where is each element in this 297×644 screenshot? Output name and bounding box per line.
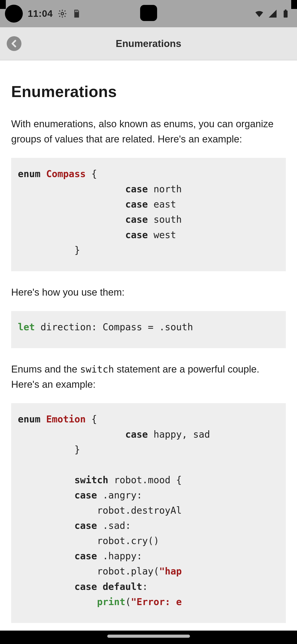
code-text: robot.destroyAl [74,505,182,516]
code-text: .sad: [97,520,131,531]
code-text: south [148,214,182,225]
usage-paragraph: Here's how you use them: [11,285,286,300]
string-literal: "Error: e [131,596,182,607]
page-title: Enumerations [0,38,297,49]
kw-case: case [125,429,148,440]
code-text: north [148,184,182,194]
svg-rect-5 [285,10,287,10]
code-text: { [86,414,97,425]
kw-case: case [125,230,148,240]
code-text: } [74,245,80,256]
fn-print: print [97,596,125,607]
svg-rect-1 [75,10,76,12]
intro-paragraph: With enumerations, also known as enums, … [11,116,286,147]
code-text: : [142,581,148,592]
svg-rect-4 [284,10,288,18]
kw-case: case [125,184,148,194]
kw-case: case [74,490,97,501]
battery-icon [281,9,290,18]
gear-icon [58,9,67,18]
status-clock: 11:04 [28,8,53,19]
svg-rect-3 [77,10,78,12]
type-compass: Compass [46,168,86,179]
inline-code-switch: switch [80,364,114,375]
code-text: happy, sad [148,429,210,440]
kw-case: case [74,520,97,531]
code-block-let-direction: let direction: Compass = .south [11,311,286,348]
code-text: direction: Compass = .south [35,322,193,332]
status-hole-icon [5,5,23,22]
code-text: ( [125,596,131,607]
kw-case: case [125,214,148,225]
content-area[interactable]: Enumerations With enumerations, also kno… [0,60,297,630]
app-bar: Enumerations [0,27,297,60]
kw-case: case [125,199,148,210]
kw-switch: switch [74,474,108,486]
wifi-icon [254,8,264,19]
text: Enums and the [11,364,80,374]
kw-let: let [18,322,35,332]
signal-icon [268,9,277,18]
kw-case: case [74,581,97,592]
svg-rect-2 [76,10,77,12]
code-text: .angry: [97,490,142,501]
string-literal: "hap [159,566,182,577]
code-block-enum-emotion: enum Emotion { case happy, sad } switch … [11,403,286,623]
frame-notch [291,0,297,9]
gesture-nav-bar[interactable] [107,634,190,638]
kw-case: case [74,550,97,562]
kw-default: default [97,581,142,592]
svg-point-0 [61,12,64,15]
code-text: robot.mood { [108,474,182,486]
heading: Enumerations [11,83,286,100]
couple-paragraph: Enums and the switch statement are a pow… [11,362,286,392]
code-text: robot.cry() [74,535,159,546]
code-text: east [148,199,176,210]
kw-enum: enum [18,414,40,425]
code-text: .happy: [97,550,142,562]
code-text: west [148,230,176,240]
code-block-enum-compass: enum Compass { case north case east case… [11,158,286,271]
type-emotion: Emotion [46,414,86,425]
kw-enum: enum [18,168,40,179]
sd-card-icon [72,9,81,18]
code-text: { [86,168,97,179]
code-text: } [74,444,80,455]
camera-cutout [140,5,157,21]
frame-notch [0,0,6,9]
code-text: robot.play( [74,566,159,577]
code-text [74,596,97,607]
